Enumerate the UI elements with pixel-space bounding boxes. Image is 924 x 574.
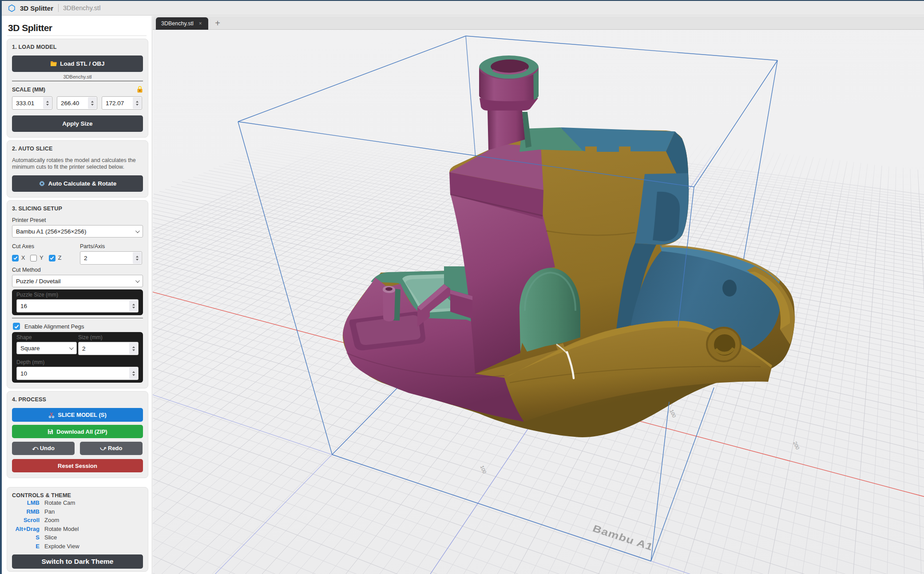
svg-text:100: 100 xyxy=(480,465,488,475)
svg-text:100: 100 xyxy=(669,409,677,419)
svg-text:Bambu A1: Bambu A1 xyxy=(591,523,654,552)
svg-text:200: 200 xyxy=(793,441,801,451)
